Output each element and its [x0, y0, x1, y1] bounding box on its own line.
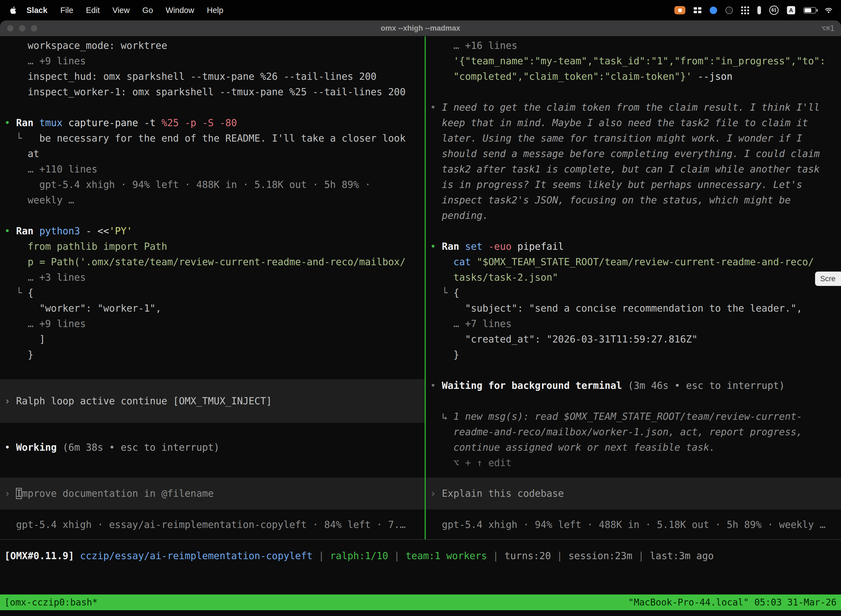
terminal-line: inspect_hud: omx sparkshell --tmux-pane …: [4, 69, 425, 84]
terminal-line: }: [430, 347, 841, 362]
terminal-line: weekly …: [4, 192, 425, 208]
close-button[interactable]: [7, 25, 13, 31]
terminal-line: cat "$OMX_TEAM_STATE_ROOT/team/review-cu…: [430, 254, 841, 270]
left-working-status: • Working (6m 38s • esc to interrupt): [0, 440, 425, 455]
dots-grid-icon[interactable]: [741, 6, 749, 14]
terminal-line: gpt-5.4 xhigh · 94% left · 488K in · 5.1…: [4, 177, 425, 192]
terminal-line: └ be necessary for the end of the README…: [4, 131, 425, 146]
recording-dot: [678, 9, 682, 12]
terminal-line: pending.: [430, 208, 841, 223]
battery-fill: [804, 8, 811, 12]
terminal-line: keep that in mind. Maybe I also need the…: [430, 115, 841, 131]
terminal-line: [430, 223, 841, 239]
left-prompt-input[interactable]: › Improve documentation in @filename: [0, 477, 425, 509]
menu-help[interactable]: Help: [201, 6, 230, 15]
terminal-line: [430, 362, 841, 378]
terminal-line: continue assigned work or next feasible …: [430, 440, 841, 455]
right-pane[interactable]: … +16 lines '{"team_name":"my-team","tas…: [426, 37, 841, 539]
terminal-line: p = Path('.omx/state/team/review-current…: [4, 254, 425, 270]
right-prompt-text: › Explain this codebase: [430, 488, 564, 499]
minimize-button[interactable]: [19, 25, 25, 31]
menu-left: Slack File Edit View Go Window Help: [10, 6, 230, 15]
tmux-host-time: "MacBook-Pro-44.local" 05:03 31-Mar-26: [628, 597, 837, 608]
screen-share-overlay-button[interactable]: Scre: [815, 271, 841, 286]
screen-share-overlay-label: Scre: [820, 274, 835, 283]
terminal-line: from pathlib import Path: [4, 239, 425, 254]
window-manager-icon[interactable]: [694, 7, 701, 13]
input-source-label: A: [789, 7, 793, 13]
terminal-line: readme-and-reco/mailbox/worker-1.json, a…: [430, 424, 841, 440]
terminal-line: "subject": "send a concise recommendatio…: [430, 301, 841, 316]
terminal-line: [4, 208, 425, 223]
terminal-line: "created_at": "2026-03-31T11:59:27.816Z": [430, 331, 841, 347]
screen-recording-icon[interactable]: [674, 6, 686, 14]
menu-status-area: 61 A: [674, 6, 833, 15]
terminal-line: • Ran python3 - <<'PY': [4, 223, 425, 239]
terminal-line: … +7 lines: [430, 316, 841, 331]
terminal-line: ⌥ + ↑ edit: [430, 455, 841, 471]
terminal-line: [4, 100, 425, 115]
left-pane-output: workspace_mode: worktree … +9 lines insp…: [0, 37, 425, 362]
terminal-line: "completed","claim_token":"claim-token"}…: [430, 69, 841, 84]
menu-app-name[interactable]: Slack: [20, 6, 54, 15]
terminal-line: └ {: [430, 285, 841, 301]
omx-status-line: [OMX#0.11.9] cczip/essay/ai-reimplementa…: [0, 548, 841, 563]
terminal-line: workspace_mode: worktree: [4, 38, 425, 53]
terminal-line: should send a message before completing …: [430, 146, 841, 161]
left-inject-text: › Ralph loop active continue [OMX_TMUX_I…: [4, 396, 272, 406]
menu-file[interactable]: File: [54, 6, 80, 15]
terminal-line: }: [4, 347, 425, 362]
tmux-content: workspace_mode: worktree … +9 lines insp…: [0, 37, 841, 616]
terminal-line: [430, 393, 841, 409]
terminal-line: • Ran set -euo pipefail: [430, 239, 841, 254]
dark-app-icon[interactable]: [725, 7, 733, 14]
battery-icon[interactable]: [803, 7, 816, 13]
wifi-icon[interactable]: [825, 7, 833, 13]
blue-app-icon[interactable]: [710, 7, 717, 14]
terminal-line: … +9 lines: [4, 316, 425, 331]
tmux-status-bar: [omx-cczip0:bash* "MacBook-Pro-44.local"…: [0, 594, 841, 610]
terminal-line: [430, 84, 841, 100]
terminal-line: • I need to get the claim token from the…: [430, 100, 841, 115]
terminal-line: • Ran tmux capture-pane -t %25 -p -S -80: [4, 115, 425, 131]
gauge-icon[interactable]: 61: [769, 6, 779, 15]
window-title: omx --xhigh --madmax: [381, 24, 460, 32]
menu-edit[interactable]: Edit: [80, 6, 106, 15]
menu-view[interactable]: View: [106, 6, 136, 15]
tmux-session-label: [omx-cczip0:bash*: [4, 597, 98, 608]
terminal-line: inspect_worker-1: omx sparkshell --tmux-…: [4, 84, 425, 100]
terminal-line: … +9 lines: [4, 53, 425, 69]
terminal-line: ↳ 1 new msg(s): read $OMX_TEAM_STATE_ROO…: [430, 409, 841, 424]
right-model-status: gpt-5.4 xhigh · 94% left · 488K in · 5.1…: [426, 517, 841, 532]
window-shortcut: ⌥⌘1: [821, 24, 834, 32]
terminal-line: … +16 lines: [430, 38, 841, 53]
terminal-line: inspect task2's JSON, focusing on the st…: [430, 192, 841, 208]
terminal-line: ]: [4, 331, 425, 347]
terminal-line: later. Using the same for transition mig…: [430, 131, 841, 146]
terminal-line: … +110 lines: [4, 161, 425, 177]
terminal-line: is in progress? It seems likely but perh…: [430, 177, 841, 192]
left-inject-banner: › Ralph loop active continue [OMX_TMUX_I…: [0, 379, 425, 423]
terminal-line: … +3 lines: [4, 270, 425, 285]
right-pane-output: … +16 lines '{"team_name":"my-team","tas…: [426, 37, 841, 471]
key-icon[interactable]: [757, 6, 761, 14]
left-pane[interactable]: workspace_mode: worktree … +9 lines insp…: [0, 37, 425, 539]
menu-window[interactable]: Window: [160, 6, 201, 15]
macos-menu-bar: Slack File Edit View Go Window Help 61 A: [0, 0, 841, 21]
terminal-line: task2 after task1 is complete, but can I…: [430, 161, 841, 177]
terminal-window: omx --xhigh --madmax ⌥⌘1 workspace_mode:…: [0, 21, 841, 616]
terminal-line: at: [4, 146, 425, 161]
input-source-icon[interactable]: A: [787, 6, 795, 14]
left-model-status: gpt-5.4 xhigh · essay/ai-reimplementatio…: [0, 517, 425, 532]
left-prompt-text: › Improve documentation in @filename: [4, 488, 214, 499]
gauge-value: 61: [771, 8, 777, 13]
zoom-button[interactable]: [31, 25, 37, 31]
traffic-lights: [7, 25, 37, 31]
menu-go[interactable]: Go: [136, 6, 160, 15]
terminal-line: "worker": "worker-1",: [4, 301, 425, 316]
terminal-line: └ {: [4, 285, 425, 301]
right-prompt-input[interactable]: › Explain this codebase: [426, 477, 841, 509]
terminal-line: • Waiting for background terminal (3m 46…: [430, 378, 841, 393]
apple-menu-icon[interactable]: [10, 6, 17, 14]
window-titlebar[interactable]: omx --xhigh --madmax ⌥⌘1: [0, 21, 841, 37]
